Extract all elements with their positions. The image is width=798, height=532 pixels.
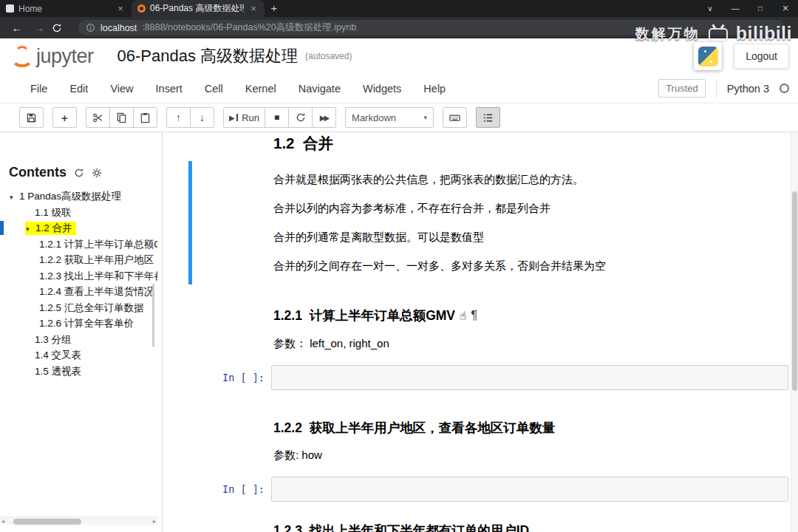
menu-help[interactable]: Help bbox=[412, 83, 457, 95]
toc-item-1-1[interactable]: 1.1 级联 bbox=[0, 205, 157, 221]
contents-title: Contents bbox=[9, 165, 66, 180]
params-text-1: 参数： left_on, right_on bbox=[273, 337, 389, 351]
tab-close-icon[interactable]: × bbox=[248, 3, 259, 14]
menu-kernel[interactable]: Kernel bbox=[234, 83, 287, 95]
notebook-scrollbar[interactable] bbox=[791, 132, 798, 532]
menu-widgets[interactable]: Widgets bbox=[352, 83, 412, 95]
input-prompt: In [ ]: bbox=[188, 477, 271, 502]
toc-toggle-button[interactable] bbox=[476, 107, 500, 128]
clipboard-group bbox=[86, 107, 157, 128]
forward-button[interactable]: → bbox=[30, 21, 49, 34]
new-tab-button[interactable]: + bbox=[265, 0, 284, 17]
logout-button[interactable]: Logout bbox=[734, 44, 789, 69]
toc-item-1-3[interactable]: 1.3 分组 bbox=[0, 332, 157, 348]
run-button[interactable]: ▶ Run bbox=[223, 107, 265, 128]
quote-line: 合并以列的内容为参考标准，不存在行合并，都是列合并 bbox=[273, 200, 781, 217]
up-arrow-icon: ↑ bbox=[176, 112, 181, 123]
code-input-area[interactable] bbox=[271, 365, 788, 390]
section-heading-1-2-1[interactable]: 1.2.1 计算上半年订单总额GMV ☝ ¶ bbox=[273, 307, 477, 324]
menu-edit[interactable]: Edit bbox=[58, 83, 99, 95]
toc-settings-button[interactable] bbox=[92, 168, 102, 178]
toc-item-1-2-5[interactable]: 1.2.5 汇总全年订单数据 bbox=[0, 300, 157, 316]
back-button[interactable]: ← bbox=[7, 21, 27, 34]
reload-button[interactable] bbox=[52, 23, 71, 33]
browser-tab-home[interactable]: Home × bbox=[0, 0, 132, 17]
notebook-status: Trusted Python 3 bbox=[658, 79, 798, 98]
restart-run-all-button[interactable]: ▶▶ bbox=[312, 107, 336, 128]
run-label: Run bbox=[242, 112, 259, 123]
toc-item-1-2-3[interactable]: 1.2.3 找出上半年和下半年都有订单的用户 bbox=[0, 268, 157, 284]
scroll-right-icon[interactable]: ▸ bbox=[153, 517, 156, 525]
close-window-button[interactable]: × bbox=[773, 0, 798, 17]
scroll-left-icon[interactable]: ◂ bbox=[1, 517, 4, 525]
toc-item-1-2-4[interactable]: 1.2.4 查看上半年退货情况 bbox=[0, 284, 157, 300]
command-palette-button[interactable] bbox=[443, 107, 467, 128]
header-right: Logout bbox=[694, 42, 789, 70]
python-logo-card bbox=[694, 42, 722, 70]
toc-item-1-2-2[interactable]: 1.2.2 获取上半年用户地区，查看各地区订单数量 bbox=[0, 252, 157, 268]
trusted-badge: Trusted bbox=[658, 79, 706, 98]
code-input-area[interactable] bbox=[271, 477, 788, 502]
params-text-2: 参数: how bbox=[273, 449, 322, 463]
cut-cell-button[interactable] bbox=[86, 107, 110, 128]
move-cell-down-button[interactable]: ↓ bbox=[190, 107, 214, 128]
scissors-icon bbox=[92, 112, 103, 123]
save-button[interactable] bbox=[19, 107, 44, 128]
toc-item-1-4[interactable]: 1.4 交叉表 bbox=[0, 347, 157, 364]
sidebar-vertical-scrollbar[interactable] bbox=[152, 284, 154, 347]
play-bar-icon bbox=[236, 114, 239, 121]
cell-type-dropdown[interactable]: Markdown ▾ bbox=[345, 107, 434, 128]
paste-cell-button[interactable] bbox=[133, 107, 157, 128]
active-indicator-bar bbox=[0, 221, 4, 235]
menu-navigate[interactable]: Navigate bbox=[287, 83, 352, 95]
tab-search-icon[interactable]: ∨ bbox=[698, 0, 723, 17]
menu-file[interactable]: File bbox=[19, 83, 58, 95]
checkpoint-status: (autosaved) bbox=[305, 51, 352, 61]
add-cell-button[interactable]: + bbox=[52, 107, 77, 128]
menu-view[interactable]: View bbox=[99, 83, 144, 95]
code-cell-2[interactable]: In [ ]: bbox=[188, 477, 788, 502]
notebook-toolbar: + ↑ ↓ ▶ Run ■ ▶▶ bbox=[0, 103, 798, 132]
tree-caret-icon[interactable]: ▾ bbox=[10, 190, 19, 205]
toc-item-1-5[interactable]: 1.5 透视表 bbox=[0, 364, 157, 380]
jupyter-wordmark: jupyter bbox=[36, 45, 94, 68]
reload-icon bbox=[52, 23, 62, 33]
jupyter-favicon bbox=[137, 4, 146, 13]
toc-item-1[interactable]: ▾1 Pandas高级数据处理 bbox=[0, 188, 157, 205]
blockquote: 合并就是根据两张表的公共信息，把两张表的数据汇总的方法。 合并以列的内容为参考标… bbox=[188, 161, 788, 284]
scrollbar-thumb[interactable] bbox=[13, 519, 81, 525]
minimize-button[interactable]: — bbox=[723, 0, 748, 17]
notebook-title[interactable]: 06-Pandas 高级数据处理 bbox=[117, 45, 299, 67]
toc-item-1-2-6[interactable]: 1.2.6 计算全年客单价 bbox=[0, 316, 157, 332]
jupyter-logo[interactable]: jupyter bbox=[10, 44, 94, 68]
hand-cursor-icon: ☝ bbox=[460, 309, 466, 322]
toc-item-1-2[interactable]: ▾1.2 合并 bbox=[0, 220, 157, 236]
restart-kernel-button[interactable] bbox=[288, 107, 313, 128]
paste-icon bbox=[140, 112, 151, 123]
section-heading-1-2-2[interactable]: 1.2.2 获取上半年用户地区，查看各地区订单数量 bbox=[273, 419, 555, 437]
sidebar-horizontal-scrollbar[interactable]: ◂ ▸ bbox=[0, 516, 157, 525]
section-heading-1-2[interactable]: 1.2 合并 bbox=[273, 133, 333, 154]
python-logo-icon bbox=[698, 47, 718, 66]
browser-tab-notebook[interactable]: 06-Pandas 高级数据处理 × bbox=[132, 0, 265, 17]
run-group: ▶ Run ■ ▶▶ bbox=[223, 107, 336, 128]
menu-cell[interactable]: Cell bbox=[194, 83, 234, 95]
address-bar[interactable]: localhost:8888/notebooks/06-Pandas%20高级数… bbox=[78, 20, 785, 35]
tree-caret-icon[interactable]: ▾ bbox=[26, 222, 35, 236]
copy-cell-button[interactable] bbox=[109, 107, 134, 128]
scrollbar-thumb[interactable] bbox=[792, 191, 797, 391]
menu-insert[interactable]: Insert bbox=[145, 83, 194, 95]
toc-refresh-button[interactable] bbox=[74, 168, 84, 178]
move-cell-up-button[interactable]: ↑ bbox=[166, 107, 191, 128]
markdown-cell-quote[interactable]: 合并就是根据两张表的公共信息，把两张表的数据汇总的方法。 合并以列的内容为参考标… bbox=[188, 161, 788, 284]
code-cell-1[interactable]: In [ ]: bbox=[188, 365, 788, 390]
heading-text: 1.2.2 获取上半年用户地区，查看各地区订单数量 bbox=[273, 419, 555, 437]
contents-header: Contents bbox=[9, 165, 102, 180]
maximize-button[interactable]: □ bbox=[748, 0, 773, 17]
anchor-link-icon[interactable]: ¶ bbox=[471, 308, 477, 323]
interrupt-kernel-button[interactable]: ■ bbox=[265, 107, 289, 128]
toc-item-1-2-1[interactable]: 1.2.1 计算上半年订单总额GMV bbox=[0, 236, 157, 253]
jupyter-planet-icon bbox=[10, 44, 34, 68]
tab-close-icon[interactable]: × bbox=[115, 3, 126, 14]
section-heading-1-2-3-partial[interactable]: 1.2.3 找出上半年和下半年都有订单的用户ID bbox=[273, 522, 529, 532]
